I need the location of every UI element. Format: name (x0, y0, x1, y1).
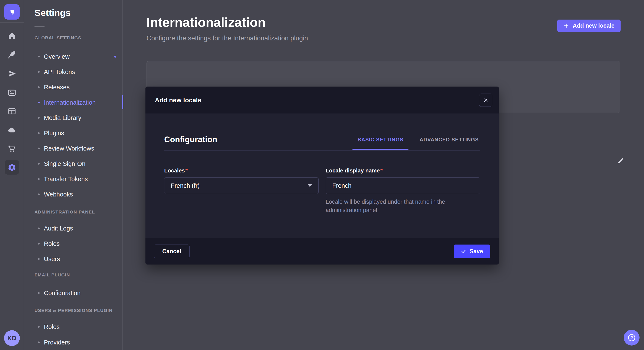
page-subtitle: Configure the settings for the Internati… (146, 34, 308, 42)
home-icon[interactable] (6, 30, 18, 42)
content-builder-feather-icon[interactable] (6, 49, 18, 61)
settings-gear-icon[interactable] (5, 160, 19, 175)
edit-locale-button[interactable] (615, 155, 627, 167)
locale-display-name-input[interactable] (326, 177, 480, 194)
strapi-logo-icon (8, 8, 16, 16)
plus-icon (563, 23, 569, 29)
bullet-icon (38, 243, 40, 245)
section-users-permissions-plugin: USERS & PERMISSIONS PLUGIN (34, 307, 113, 314)
add-new-locale-button[interactable]: Add new locale (557, 19, 620, 32)
display-name-label: Locale display name* (326, 167, 480, 174)
question-mark-icon: ? (627, 333, 636, 342)
modal-title: Add new locale (155, 97, 201, 104)
locales-label: Locales* (164, 167, 318, 174)
sidebar-item-review-workflows[interactable]: Review Workflows (34, 143, 118, 154)
rail-divider-top (0, 22, 24, 22)
sidebar-item-webhooks[interactable]: Webhooks (34, 188, 118, 200)
sidebar-item-up-roles[interactable]: Roles (34, 321, 118, 333)
add-locale-modal: Add new locale Configuration BASIC SETTI… (146, 87, 499, 265)
page-title: Internationalization (146, 15, 266, 30)
sidebar-item-providers[interactable]: Providers (34, 336, 118, 348)
modal-body: Configuration BASIC SETTINGS ADVANCED SE… (146, 114, 499, 238)
cancel-button[interactable]: Cancel (154, 245, 190, 258)
section-global-settings: GLOBAL SETTINGS (34, 35, 81, 41)
tab-advanced-settings[interactable]: ADVANCED SETTINGS (418, 137, 480, 150)
media-library-icon[interactable] (6, 87, 18, 98)
display-name-field: Locale display name* Locale will be disp… (326, 167, 480, 214)
bullet-icon (38, 148, 40, 149)
sidebar-item-audit-logs[interactable]: Audit Logs (34, 222, 118, 234)
deploy-send-icon[interactable] (6, 68, 18, 80)
bullet-icon (38, 102, 40, 103)
bullet-icon (38, 163, 40, 165)
bullet-icon (38, 178, 40, 180)
check-icon (461, 249, 466, 254)
required-asterisk: * (186, 167, 188, 174)
avatar[interactable]: KD (4, 330, 20, 346)
sidebar-item-internationalization[interactable]: Internationalization (34, 97, 118, 108)
tab-basic-settings[interactable]: BASIC SETTINGS (356, 137, 405, 150)
locales-select[interactable]: French (fr) (164, 177, 318, 194)
save-button[interactable]: Save (454, 245, 490, 258)
close-icon (483, 97, 488, 103)
help-button[interactable]: ? (624, 330, 640, 346)
settings-panel-title: Settings (34, 8, 71, 18)
chevron-down-icon (308, 184, 312, 187)
bullet-icon (38, 292, 40, 294)
marketplace-cart-icon[interactable] (6, 143, 18, 155)
bullet-icon (38, 258, 40, 260)
bullet-icon (38, 56, 40, 57)
title-rule (34, 26, 44, 26)
sidebar-item-admin-roles[interactable]: Roles (34, 238, 118, 250)
display-name-hint: Locale will be displayed under that name… (326, 198, 477, 214)
bullet-icon (38, 71, 40, 73)
form-fields: Locales* French (fr) Locale display name… (164, 167, 480, 214)
bullet-icon (38, 86, 40, 88)
bullet-icon (38, 193, 40, 195)
sidebar-item-api-tokens[interactable]: API Tokens (34, 66, 118, 78)
sidebar-item-users[interactable]: Users (34, 253, 118, 265)
locales-field: Locales* French (fr) (164, 167, 318, 214)
bullet-icon (38, 326, 40, 328)
bullet-icon (38, 132, 40, 134)
sidebar-item-overview[interactable]: Overview (34, 51, 118, 62)
configuration-heading: Configuration (164, 135, 217, 144)
bullet-icon (38, 227, 40, 229)
modal-footer: Cancel Save (146, 238, 499, 265)
tabs-divider (164, 150, 480, 151)
sidebar-item-releases[interactable]: Releases (34, 81, 118, 93)
bullet-icon (38, 117, 40, 119)
modal-header: Add new locale (146, 87, 499, 114)
bullet-icon (38, 342, 40, 343)
cloud-icon[interactable] (6, 124, 18, 136)
sidebar-item-media-library[interactable]: Media Library (34, 112, 118, 124)
settings-tabs: BASIC SETTINGS ADVANCED SETTINGS (356, 137, 480, 150)
sidebar-item-single-sign-on[interactable]: Single Sign-On (34, 158, 118, 170)
section-email-plugin: EMAIL PLUGIN (34, 272, 70, 278)
close-button[interactable] (479, 94, 492, 107)
section-administration-panel: ADMINISTRATION PANEL (34, 209, 95, 215)
sidebar-item-email-configuration[interactable]: Configuration (34, 287, 118, 299)
sidebar-item-plugins[interactable]: Plugins (34, 127, 118, 139)
content-manager-icon[interactable] (6, 105, 18, 117)
icon-rail: KD (0, 0, 24, 350)
sidebar-item-transfer-tokens[interactable]: Transfer Tokens (34, 173, 118, 185)
rail-divider-bottom (0, 326, 24, 326)
strapi-logo[interactable] (4, 4, 20, 19)
pencil-icon (618, 157, 624, 164)
notification-dot (114, 56, 116, 58)
settings-nav-panel: Settings GLOBAL SETTINGS Overview API To… (24, 0, 123, 350)
required-asterisk: * (380, 167, 382, 174)
svg-text:?: ? (630, 335, 633, 340)
